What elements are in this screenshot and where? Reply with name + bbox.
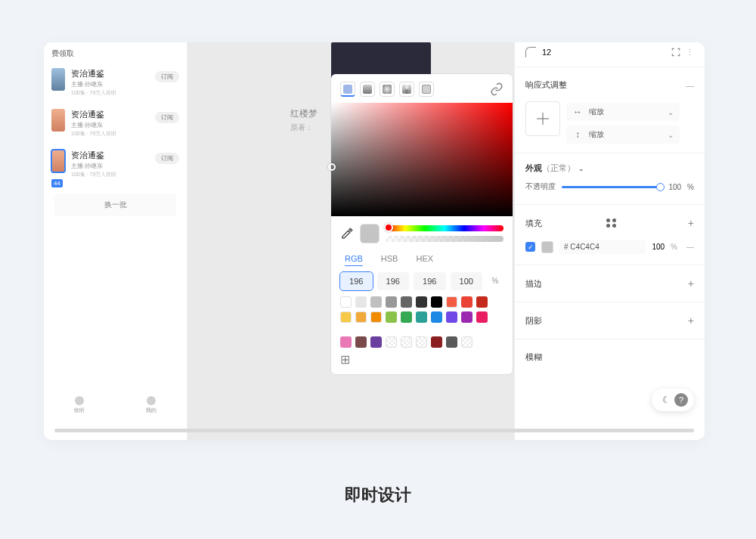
fill-mode-linear[interactable] — [360, 82, 375, 97]
more-icon[interactable]: ⋮ — [686, 48, 694, 57]
swatch[interactable] — [446, 296, 457, 308]
alpha-slider[interactable] — [386, 236, 503, 242]
mode-tab-rgb[interactable]: RGB — [345, 254, 363, 266]
fill-color-swatch[interactable] — [541, 241, 553, 253]
dark-mode-icon[interactable]: ☾ — [658, 392, 674, 408]
swatch-grid — [331, 336, 513, 348]
a-input[interactable]: 100 — [451, 272, 483, 290]
swatch[interactable] — [401, 311, 412, 323]
artwork-title: 红楼梦 — [290, 107, 318, 120]
opacity-unit: % — [687, 183, 694, 191]
selection-size-badge: 44 — [51, 179, 63, 187]
floating-buttons: ☾ ? — [652, 389, 694, 411]
swap-button[interactable]: 换一批 — [54, 194, 176, 216]
subscribe-button[interactable]: 订阅 — [155, 112, 179, 123]
add-swatch-button[interactable]: ⊞ — [331, 348, 513, 367]
subscribe-button[interactable]: 订阅 — [155, 71, 179, 82]
add-fill-button[interactable]: + — [688, 217, 694, 229]
swatch[interactable] — [370, 336, 382, 348]
eyedropper-icon[interactable] — [340, 227, 354, 240]
swatch-grid — [331, 296, 513, 308]
help-icon[interactable]: ? — [674, 393, 688, 407]
b-input[interactable]: 196 — [414, 272, 446, 290]
h-scrollbar[interactable] — [54, 429, 694, 432]
constraint-box[interactable] — [525, 101, 560, 136]
preview-header-sub: 费领取 — [44, 42, 187, 62]
fill-hex-input[interactable]: # C4C4C4 — [559, 240, 646, 254]
current-swatch — [360, 224, 380, 243]
opacity-slider[interactable] — [562, 186, 662, 188]
swatch[interactable] — [416, 336, 427, 348]
mobile-preview: 费领取 资治通鉴 主播:孙继东 100集 · 79万人在听 订阅 资治通鉴 主播… — [44, 42, 187, 440]
collapse-icon[interactable]: — — [686, 81, 694, 90]
opacity-value[interactable]: 100 — [668, 183, 681, 191]
artwork-subtitle: 原著： — [290, 122, 313, 133]
swatch[interactable] — [431, 336, 442, 348]
fill-mode-radial[interactable] — [380, 82, 395, 97]
hue-thumb[interactable] — [384, 223, 393, 232]
swatch[interactable] — [476, 311, 488, 323]
swatch[interactable] — [340, 311, 352, 323]
h-constraint-select[interactable]: ↔缩放⌄ — [566, 103, 680, 121]
swatch[interactable] — [370, 296, 382, 308]
swatch[interactable] — [431, 296, 442, 308]
subscribe-button[interactable]: 订阅 — [155, 153, 179, 164]
swatch[interactable] — [386, 296, 397, 308]
add-stroke-button[interactable]: + — [688, 277, 694, 290]
list-item[interactable]: 资治通鉴 主播:孙继东 100集 · 79万人在听 订阅 — [44, 62, 187, 103]
swatch[interactable] — [340, 296, 352, 308]
a-unit: % — [487, 272, 503, 290]
swatch[interactable] — [416, 296, 427, 308]
swatch[interactable] — [386, 336, 397, 348]
swatch-grid — [331, 311, 513, 323]
saturation-area[interactable] — [331, 103, 513, 216]
v-constraint-select[interactable]: ↕缩放⌄ — [566, 125, 680, 144]
g-input[interactable]: 196 — [377, 272, 410, 290]
swatch[interactable] — [431, 311, 442, 323]
swatch[interactable] — [340, 336, 352, 348]
swatch[interactable] — [416, 311, 427, 323]
fill-visible-checkbox[interactable]: ✓ — [525, 242, 535, 252]
swatch[interactable] — [370, 311, 382, 323]
swatch[interactable] — [355, 336, 367, 348]
swatch[interactable] — [446, 311, 457, 323]
swatch[interactable] — [355, 296, 367, 308]
swatch[interactable] — [461, 336, 472, 348]
r-input[interactable]: 196 — [340, 272, 373, 290]
swatch[interactable] — [446, 336, 457, 348]
preview-tabs: 收听 我的 — [44, 392, 187, 419]
swatch[interactable] — [401, 336, 412, 348]
fill-opacity-input[interactable]: 100 — [652, 243, 665, 251]
corner-radius-input[interactable]: 12 — [542, 48, 551, 57]
swatch[interactable] — [355, 311, 367, 323]
shadow-section-title: 阴影 — [525, 315, 542, 327]
mode-tab-hsb[interactable]: HSB — [381, 254, 398, 266]
remove-fill-button[interactable]: — — [686, 243, 694, 251]
add-shadow-button[interactable]: + — [688, 314, 694, 327]
item-thumb-selected[interactable] — [51, 150, 65, 172]
fill-mode-image[interactable] — [419, 82, 434, 97]
list-item[interactable]: 资治通鉴 主播:孙继东 100集 · 79万人在听 订阅 44 — [44, 144, 187, 184]
fill-mode-angular[interactable] — [399, 82, 414, 97]
swatch[interactable] — [476, 296, 488, 308]
mode-tab-hex[interactable]: HEX — [416, 254, 433, 266]
fill-section-title: 填充 — [525, 218, 542, 229]
list-item[interactable]: 资治通鉴 主播:孙继东 100集 · 79万人在听 订阅 — [44, 103, 187, 144]
swatch[interactable] — [461, 296, 472, 308]
caption: 即时设计 — [0, 484, 756, 506]
saturation-cursor[interactable] — [328, 163, 336, 171]
expand-corners-icon[interactable] — [671, 47, 681, 57]
blur-section-title: 模糊 — [525, 352, 542, 363]
appearance-section[interactable]: 外观（正常）⌄ — [515, 158, 705, 178]
fill-mode-solid[interactable] — [340, 82, 355, 97]
fill-styles-icon[interactable] — [606, 218, 617, 228]
tab-mine[interactable]: 我的 — [146, 396, 156, 414]
opacity-label: 不透明度 — [525, 181, 556, 192]
app-frame: 费领取 资治通鉴 主播:孙继东 100集 · 79万人在听 订阅 资治通鉴 主播… — [44, 42, 705, 440]
link-icon[interactable] — [490, 82, 503, 96]
swatch[interactable] — [461, 311, 472, 323]
swatch[interactable] — [401, 296, 412, 308]
swatch[interactable] — [386, 311, 397, 323]
tab-listen[interactable]: 收听 — [74, 396, 85, 414]
hue-slider[interactable] — [386, 225, 503, 231]
